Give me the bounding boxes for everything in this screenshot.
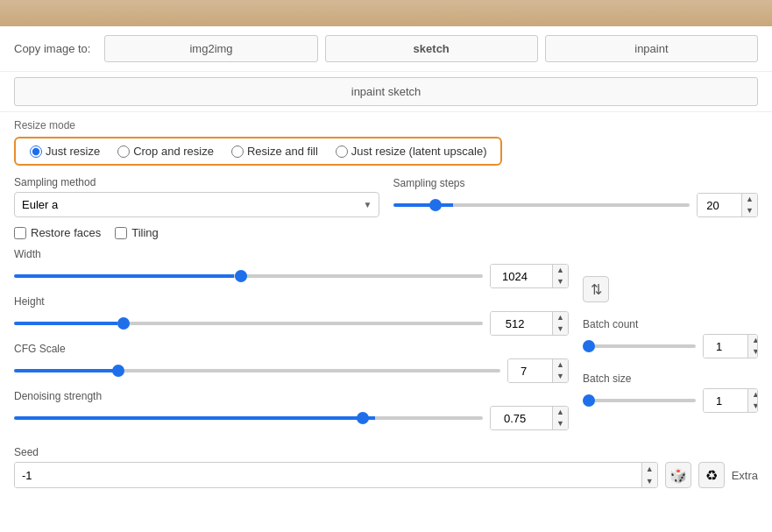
cfg-scale-slider-row: ▲ ▼	[14, 358, 569, 383]
seed-input-row: ▲ ▼ 🎲 ♻ Extra	[14, 462, 758, 488]
cfg-scale-down[interactable]: ▼	[553, 371, 568, 382]
width-input[interactable]	[491, 265, 552, 287]
swap-section: ⇅	[583, 264, 609, 302]
denoising-down[interactable]: ▼	[553, 418, 568, 429]
resize-latent-radio[interactable]	[336, 145, 348, 158]
sampling-method-select[interactable]: Euler a Euler LMS Heun DPM2 DPM++ 2M DDI…	[14, 192, 379, 217]
batch-count-up[interactable]: ▲	[748, 335, 758, 346]
denoising-up[interactable]: ▲	[553, 407, 568, 418]
denoising-label: Denoising strength	[14, 390, 569, 402]
height-slider[interactable]	[14, 322, 483, 325]
width-stepper: ▲ ▼	[552, 265, 568, 287]
width-section: Width ▲ ▼	[14, 248, 569, 288]
image-preview	[0, 0, 772, 26]
width-down[interactable]: ▼	[553, 276, 568, 287]
resize-fill-label: Resize and fill	[247, 145, 318, 158]
resize-crop-option[interactable]: Crop and resize	[110, 142, 221, 160]
dice-icon: 🎲	[669, 467, 687, 484]
width-up[interactable]: ▲	[553, 265, 568, 276]
copy-image-label: Copy image to:	[14, 42, 90, 55]
swap-dimensions-button[interactable]: ⇅	[583, 276, 609, 302]
denoising-slider-row: ▲ ▼	[14, 406, 569, 430]
inpaint-sketch-button[interactable]: inpaint sketch	[14, 77, 758, 106]
batch-count-slider[interactable]	[583, 344, 696, 348]
cfg-scale-label: CFG Scale	[14, 343, 569, 355]
main-content: Width ▲ ▼ Height ▲	[0, 245, 772, 441]
batch-size-up[interactable]: ▲	[748, 389, 758, 401]
seed-row: Seed ▲ ▼ 🎲 ♻ Extra	[0, 441, 772, 493]
resize-just-resize-radio[interactable]	[30, 145, 42, 158]
dice-button[interactable]: 🎲	[665, 462, 691, 488]
height-down[interactable]: ▼	[553, 323, 568, 335]
batch-count-input[interactable]	[704, 335, 747, 358]
resize-mode-label: Resize mode	[14, 119, 758, 131]
copy-sketch-button[interactable]: sketch	[325, 35, 538, 62]
sampling-steps-up[interactable]: ▲	[742, 194, 757, 205]
batch-size-row: ▲ ▼	[583, 388, 758, 413]
cfg-scale-slider[interactable]	[14, 369, 500, 372]
seed-input[interactable]	[15, 463, 641, 487]
cfg-scale-input-wrapper: ▲ ▼	[507, 358, 569, 383]
sampling-steps-stepper: ▲ ▼	[741, 194, 757, 216]
denoising-input-wrapper: ▲ ▼	[490, 406, 569, 430]
sampling-steps-input[interactable]	[698, 194, 741, 216]
cfg-scale-up[interactable]: ▲	[553, 359, 568, 371]
batch-count-down[interactable]: ▼	[748, 346, 758, 358]
height-up[interactable]: ▲	[553, 312, 568, 323]
batch-count-section: Batch count ▲ ▼	[583, 318, 758, 358]
width-input-wrapper: ▲ ▼	[490, 264, 569, 288]
restore-faces-checkbox[interactable]	[14, 227, 26, 239]
batch-size-stepper: ▲ ▼	[747, 389, 758, 412]
height-input[interactable]	[491, 312, 552, 335]
sampling-steps-down[interactable]: ▼	[742, 205, 757, 216]
resize-just-resize-option[interactable]: Just resize	[23, 142, 107, 160]
copy-img2img-button[interactable]: img2img	[104, 35, 317, 62]
batch-count-row: ▲ ▼	[583, 334, 758, 358]
recycle-icon: ♻	[705, 467, 718, 484]
resize-fill-radio[interactable]	[231, 145, 244, 158]
sampling-method-col: Sampling method Euler a Euler LMS Heun D…	[14, 176, 379, 217]
seed-up[interactable]: ▲	[642, 463, 657, 475]
seed-stepper: ▲ ▼	[641, 463, 657, 487]
sampling-method-label: Sampling method	[14, 176, 379, 188]
sampling-steps-slider[interactable]	[393, 203, 691, 207]
recycle-button[interactable]: ♻	[698, 462, 725, 488]
left-main-col: Width ▲ ▼ Height ▲	[14, 248, 569, 437]
resize-mode-group: Just resize Crop and resize Resize and f…	[14, 137, 502, 166]
batch-size-slider[interactable]	[583, 399, 696, 402]
batch-size-input[interactable]	[704, 389, 747, 412]
denoising-section: Denoising strength ▲ ▼	[14, 390, 569, 430]
sampling-steps-input-wrapper: ▲ ▼	[697, 193, 758, 217]
resize-fill-option[interactable]: Resize and fill	[224, 142, 325, 160]
denoising-input[interactable]	[491, 407, 552, 429]
cfg-scale-input[interactable]	[508, 359, 552, 382]
width-slider-row: ▲ ▼	[14, 264, 569, 288]
height-label: Height	[14, 295, 569, 308]
sampling-steps-row: ▲ ▼	[393, 193, 759, 217]
batch-size-label: Batch size	[583, 372, 758, 385]
denoising-slider[interactable]	[14, 416, 483, 420]
seed-down[interactable]: ▼	[642, 475, 657, 487]
width-label: Width	[14, 248, 569, 260]
copy-inpaint-button[interactable]: inpaint	[545, 35, 758, 62]
tiling-option[interactable]: Tiling	[115, 226, 159, 239]
restore-faces-option[interactable]: Restore faces	[14, 226, 101, 239]
batch-count-label: Batch count	[583, 318, 758, 330]
resize-latent-option[interactable]: Just resize (latent upscale)	[329, 142, 494, 160]
height-input-wrapper: ▲ ▼	[490, 311, 569, 336]
checkbox-row: Restore faces Tiling	[0, 221, 772, 245]
height-section: Height ▲ ▼	[14, 295, 569, 336]
resize-mode-section: Resize mode Just resize Crop and resize …	[0, 112, 772, 173]
inpaint-sketch-row: inpaint sketch	[0, 72, 772, 112]
sampling-steps-col: Sampling steps ▲ ▼	[393, 177, 759, 217]
batch-size-down[interactable]: ▼	[748, 401, 758, 412]
sampling-steps-label: Sampling steps	[393, 177, 759, 189]
height-stepper: ▲ ▼	[552, 312, 568, 335]
cfg-scale-section: CFG Scale ▲ ▼	[14, 343, 569, 383]
resize-crop-radio[interactable]	[117, 145, 130, 158]
sampling-row: Sampling method Euler a Euler LMS Heun D…	[0, 173, 772, 221]
batch-count-stepper: ▲ ▼	[747, 335, 758, 358]
width-slider[interactable]	[14, 274, 483, 278]
tiling-checkbox[interactable]	[115, 227, 127, 239]
resize-just-resize-label: Just resize	[46, 145, 100, 158]
